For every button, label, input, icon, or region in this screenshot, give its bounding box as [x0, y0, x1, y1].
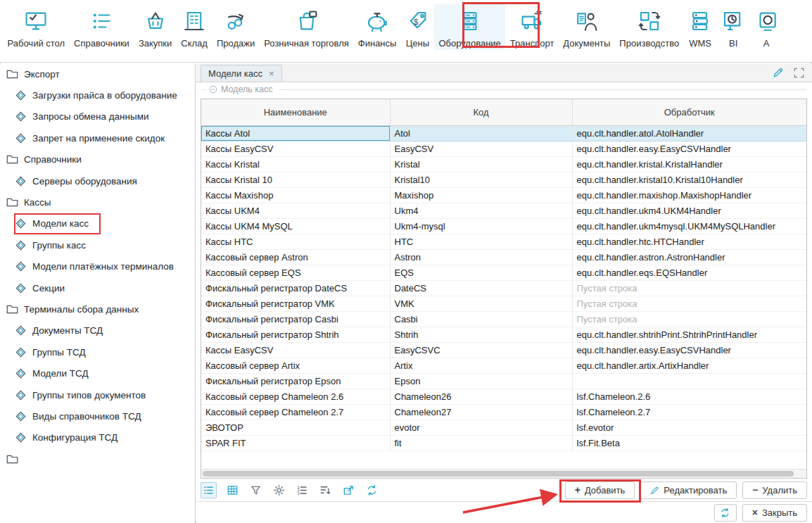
tree-item-equipment-servers[interactable]: Серверы оборудования: [0, 170, 195, 191]
tree-item-cash-register-groups[interactable]: Группы касс: [0, 234, 195, 256]
table-cell: EasyCSVC: [390, 343, 572, 358]
table-row[interactable]: ЭВОТОРevotorlsf.evotor: [201, 420, 806, 436]
tree-item-export[interactable]: Экспорт: [0, 63, 195, 84]
table-row[interactable]: Фискальный регистратор ShtrihShtrihequ.c…: [201, 327, 806, 343]
add-button[interactable]: + Добавить: [565, 481, 635, 499]
tree-item-tsd-models[interactable]: Модели ТСД: [0, 363, 195, 384]
tree-item-sections[interactable]: Секции: [0, 277, 195, 298]
tree-item-tsd-documents[interactable]: Документы ТСД: [0, 320, 195, 341]
toolbar-item-retail[interactable]: Розничная торговля: [260, 4, 354, 50]
toolbar-item-transport[interactable]: Транспорт: [505, 4, 559, 50]
tab-close-icon[interactable]: ×: [269, 68, 274, 79]
column-header[interactable]: Обработчик: [572, 99, 806, 126]
settings-icon[interactable]: [272, 483, 286, 498]
list-view-icon[interactable]: [201, 482, 217, 498]
table-row[interactable]: Кассовый сервер Chameleon 2.7Chameleon27…: [201, 405, 806, 420]
toolbar-item-documents[interactable]: Документы: [559, 4, 615, 50]
close-button[interactable]: × Закрыть: [742, 504, 807, 522]
table-row[interactable]: Кассы Kristal 10Kristal10equ.clt.handler…: [201, 172, 806, 188]
warehouse-icon: [182, 6, 206, 37]
tab-cash-register-models[interactable]: Модели касс ×: [201, 65, 282, 82]
tree-item-cash-registers[interactable]: Кассы: [0, 191, 195, 213]
collapse-icon[interactable]: [209, 85, 217, 94]
table-cell: Пустая строка: [572, 296, 806, 312]
reference-icon: [14, 347, 27, 358]
table-row[interactable]: Фискальный регистратор VMKVMKПустая стро…: [201, 296, 806, 312]
cash-register-models-table: НаименованиеКодОбработчик Кассы AtolAtol…: [201, 99, 806, 451]
panel-title: Модель касс: [221, 84, 273, 94]
sort-list-icon[interactable]: [318, 483, 333, 498]
table-cell: Ukm4-mysql: [390, 219, 572, 234]
toolbar-item-sales[interactable]: Продажи: [212, 4, 259, 50]
table-row[interactable]: Фискальный регистратор DateCSDateCSПуста…: [201, 281, 806, 296]
tree-item-tsd-directory-types[interactable]: Виды справочников ТСД: [0, 405, 195, 427]
table-row[interactable]: Кассы AtolAtolequ.clt.handler.atol.AtolH…: [201, 126, 806, 141]
table-row[interactable]: Фискальный регистратор EpsonEpson: [201, 374, 806, 389]
sales-icon: [224, 6, 248, 37]
tree-item-data-exchange-requests[interactable]: Запросы обмена данными: [0, 106, 195, 127]
table-row[interactable]: Кассы MaxishopMaxishopequ.clt.handler.ma…: [201, 188, 806, 203]
open-in-new-icon[interactable]: [341, 483, 356, 498]
table-row[interactable]: Кассы EasyCSVEasyCSVCequ.clt.handler.eas…: [201, 343, 806, 358]
edit-icon[interactable]: [773, 67, 784, 78]
toolbar-item-production[interactable]: Производство: [615, 4, 684, 50]
toolbar-item-warehouse[interactable]: Склад: [177, 4, 212, 50]
table-row[interactable]: Кассовый сервер EQSEQSequ.clt.handler.eq…: [201, 265, 806, 281]
tree-item-discount-ban[interactable]: Запрет на применение скидок: [0, 127, 195, 149]
panel-legend: Модель касс: [196, 83, 812, 96]
refresh-button[interactable]: [714, 504, 737, 522]
reference-icon: [14, 176, 27, 187]
toolbar-item-partial[interactable]: А: [750, 4, 783, 50]
tab-label: Модели касс: [208, 68, 262, 79]
tree-item-tsd-groups[interactable]: Группы ТСД: [0, 341, 195, 363]
table-row[interactable]: Кассы UKM4 MySQLUkm4-mysqlequ.clt.handle…: [201, 219, 806, 234]
table-row[interactable]: Кассы KristalKristalequ.clt.handler.kris…: [201, 157, 806, 172]
tree-item-price-uploads[interactable]: Загрузки прайса в оборудование: [0, 84, 195, 106]
horizontal-scrollbar[interactable]: [201, 469, 806, 478]
tree-item-document-type-groups[interactable]: Группы типов документов: [0, 384, 195, 405]
toolbar-item-finance[interactable]: Финансы: [353, 4, 401, 50]
table-row[interactable]: Фискальный регистратор CasbiCasbiПустая …: [201, 312, 806, 327]
tree-item-payment-terminal-models[interactable]: Модели платёжных терминалов: [0, 256, 195, 277]
reload-icon[interactable]: [364, 483, 379, 498]
tree-item-cash-register-models[interactable]: Модели касс: [0, 213, 195, 234]
tree-item-label: Загрузки прайса в оборудование: [32, 90, 177, 101]
tree-item-partial-folder[interactable]: [0, 448, 195, 470]
numbered-list-icon[interactable]: 123: [295, 483, 310, 498]
table-row[interactable]: Кассовый сервер AstronAstronequ.clt.hand…: [201, 250, 806, 265]
toolbar-item-directories[interactable]: Справочники: [70, 4, 134, 50]
toolbar-item-prices[interactable]: $Цены: [401, 4, 434, 50]
table-row[interactable]: SPAR FITfitlsf.Fit.Beta: [201, 436, 806, 451]
toolbar-item-bi[interactable]: BI: [717, 4, 750, 50]
table-row[interactable]: Кассовый сервер Chameleon 2.6Chameleon26…: [201, 389, 806, 405]
tree-item-tsd-configuration[interactable]: Конфигурация ТСД: [0, 427, 195, 448]
transport-icon: [520, 6, 544, 37]
expand-icon[interactable]: [793, 67, 805, 79]
table-row[interactable]: Кассы UKM4Ukm4equ.clt.handler.ukm4.UKM4H…: [201, 203, 806, 219]
toolbar-item-wms[interactable]: WMS: [684, 4, 717, 50]
table-row[interactable]: Кассы EasyCSVEasyCSVequ.clt.handler.easy…: [201, 141, 806, 157]
column-header[interactable]: Наименование: [201, 99, 390, 126]
table-row[interactable]: Кассы HTCHTCequ.clt.handler.htc.HTCHandl…: [201, 234, 806, 250]
toolbar-item-label: Финансы: [358, 38, 397, 49]
reference-icon: [14, 411, 27, 422]
table-cell: Кассы Atol: [201, 126, 390, 141]
toolbar-item-purchases[interactable]: Закупки: [134, 4, 176, 50]
tree-item-label: Справочники: [24, 154, 82, 165]
scrollbar-thumb[interactable]: [203, 471, 794, 477]
toolbar-item-label: Рабочий стол: [8, 38, 65, 49]
filter-icon[interactable]: [248, 483, 263, 498]
tree-item-directories[interactable]: Справочники: [0, 149, 195, 170]
toolbar-item-desktop[interactable]: Рабочий стол: [3, 4, 70, 50]
tree-item-data-collection-terminals[interactable]: Терминалы сбора данных: [0, 298, 195, 320]
delete-button-label: Удалить: [762, 485, 797, 496]
edit-button[interactable]: Редактировать: [640, 481, 737, 499]
table-row[interactable]: Кассовый сервер ArtixArtixequ.clt.handle…: [201, 358, 806, 374]
prices-icon: $: [405, 6, 429, 37]
table-cell: Фискальный регистратор Epson: [201, 374, 390, 389]
toolbar-item-equipment[interactable]: Оборудование: [434, 4, 505, 50]
column-header[interactable]: Код: [390, 99, 572, 126]
tree-item-label: Запрет на применение скидок: [32, 133, 165, 144]
delete-button[interactable]: − Удалить: [742, 481, 807, 499]
grid-view-icon[interactable]: [225, 483, 240, 498]
